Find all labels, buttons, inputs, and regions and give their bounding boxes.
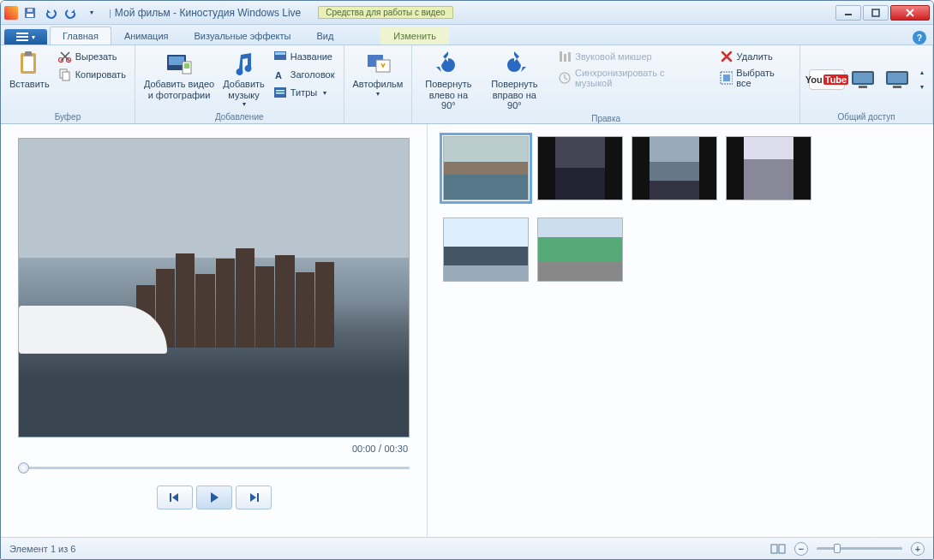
zoom-in-button[interactable]: +	[911, 542, 925, 556]
svg-rect-37	[888, 73, 907, 83]
undo-button[interactable]	[42, 4, 59, 21]
preview-frame	[19, 139, 409, 437]
svg-rect-27	[560, 51, 562, 62]
previous-frame-button[interactable]	[157, 486, 193, 509]
quick-access-toolbar: ▾	[21, 4, 100, 21]
mixer-icon	[558, 50, 572, 63]
preview-monitor[interactable]	[18, 138, 410, 438]
clip-thumbnail[interactable]	[726, 136, 811, 200]
svg-rect-32	[723, 74, 730, 81]
contextual-tab-label: Средства для работы с видео	[318, 6, 452, 19]
clip-thumbnail[interactable]	[443, 217, 529, 282]
app-icon	[4, 6, 18, 20]
svg-rect-24	[276, 92, 284, 94]
file-menu-button[interactable]: ▾	[4, 29, 47, 45]
group-share: YouTube ▴ ▾ Общий доступ	[800, 45, 933, 123]
app-window: ▾ | Мой фильм - Киностудия Windows Live …	[0, 0, 934, 560]
add-title-button[interactable]: Название	[270, 48, 338, 65]
ribbon: Вставить Вырезать Копировать Буфер Добав…	[1, 45, 933, 124]
minimize-button[interactable]	[835, 5, 861, 21]
tab-edit[interactable]: Изменить	[380, 27, 449, 45]
clip-thumbnail[interactable]	[537, 217, 623, 282]
workspace: 00:00 / 00:30	[1, 124, 933, 537]
svg-rect-9	[23, 57, 33, 71]
copy-button[interactable]: Копировать	[55, 66, 129, 83]
svg-rect-1	[27, 14, 33, 17]
share-device-2-button[interactable]	[884, 69, 913, 91]
status-bar: Элемент 1 из 6 − +	[1, 537, 933, 559]
rotate-right-button[interactable]: Повернуть вправо на 90°	[481, 48, 548, 113]
tab-animation[interactable]: Анимация	[111, 27, 182, 45]
close-button[interactable]	[890, 5, 930, 21]
automovie-button[interactable]: Автофильм▾	[350, 48, 407, 99]
audio-mixer-button: Звуковой микшер	[554, 48, 705, 65]
share-scroll-down[interactable]: ▾	[920, 83, 924, 91]
add-credits-button[interactable]: Титры▾	[270, 84, 338, 101]
play-button[interactable]	[196, 486, 232, 509]
zoom-out-button[interactable]: −	[794, 542, 808, 556]
rotate-left-button[interactable]: Повернуть влево на 90°	[417, 48, 479, 113]
svg-text:A: A	[275, 70, 282, 80]
next-frame-button[interactable]	[236, 486, 272, 509]
group-edit: Повернуть влево на 90° Повернуть вправо …	[412, 45, 800, 123]
add-music-button[interactable]: Добавить музыку▾	[219, 48, 268, 110]
svg-rect-4	[872, 9, 879, 16]
svg-rect-35	[859, 86, 867, 88]
separator: |	[109, 8, 111, 18]
svg-rect-39	[170, 493, 171, 502]
save-button[interactable]	[21, 4, 39, 21]
tab-home[interactable]: Главная	[50, 27, 111, 45]
delete-button[interactable]: Удалить	[716, 48, 794, 65]
sync-icon	[558, 71, 572, 85]
paste-button[interactable]: Вставить	[6, 48, 53, 92]
share-device-1-button[interactable]	[850, 69, 879, 91]
credits-icon	[273, 86, 287, 99]
share-scroll-up[interactable]: ▴	[920, 69, 924, 76]
svg-rect-34	[853, 73, 872, 83]
storyboard-pane[interactable]	[428, 124, 933, 537]
svg-rect-38	[893, 86, 901, 88]
window-controls	[835, 5, 930, 21]
scissors-icon	[58, 50, 72, 63]
seek-thumb[interactable]	[18, 462, 29, 474]
svg-rect-28	[564, 54, 566, 62]
title-bar: ▾ | Мой фильм - Киностудия Windows Live …	[1, 1, 933, 25]
svg-rect-18	[184, 63, 189, 69]
svg-rect-6	[16, 36, 28, 38]
time-display: 00:00 / 00:30	[18, 438, 410, 460]
share-youtube-button[interactable]: YouTube	[809, 69, 845, 90]
svg-rect-16	[169, 57, 184, 65]
group-add: Добавить видео и фотографии Добавить муз…	[135, 45, 344, 123]
cut-button[interactable]: Вырезать	[55, 48, 129, 65]
clip-thumbnail[interactable]	[537, 136, 623, 200]
status-item-count: Элемент 1 из 6	[9, 544, 75, 554]
group-clipboard: Вставить Вырезать Копировать Буфер	[1, 45, 135, 123]
tab-view[interactable]: Вид	[303, 27, 346, 45]
add-caption-button[interactable]: AЗаголовок	[270, 66, 338, 83]
select-all-button[interactable]: Выбрать все	[716, 66, 794, 90]
preview-pane: 00:00 / 00:30	[1, 124, 428, 537]
add-video-photos-button[interactable]: Добавить видео и фотографии	[141, 48, 218, 102]
window-title: Мой фильм - Киностудия Windows Live	[115, 7, 301, 19]
svg-rect-40	[257, 493, 259, 502]
select-all-icon	[720, 71, 733, 85]
qat-customize[interactable]: ▾	[83, 4, 100, 21]
ribbon-tab-strip: ▾ Главная Анимация Визуальные эффекты Ви…	[1, 25, 933, 45]
playback-controls	[18, 486, 410, 509]
svg-rect-20	[275, 52, 285, 55]
sync-music-button: Синхронизировать с музыкой	[554, 66, 705, 90]
redo-button[interactable]	[63, 4, 80, 21]
maximize-button[interactable]	[863, 5, 889, 21]
clip-thumbnail[interactable]	[632, 136, 717, 200]
svg-rect-3	[845, 14, 852, 15]
zoom-slider[interactable]	[817, 547, 902, 550]
svg-rect-10	[25, 51, 32, 56]
svg-rect-41	[771, 545, 777, 553]
delete-icon	[720, 50, 733, 63]
tab-effects[interactable]: Визуальные эффекты	[182, 27, 304, 45]
zoom-thumb[interactable]	[834, 544, 841, 553]
seek-bar[interactable]	[18, 460, 410, 475]
view-toggle-button[interactable]	[770, 543, 786, 555]
clip-thumbnail[interactable]	[443, 136, 529, 200]
help-button[interactable]: ?	[913, 31, 926, 45]
